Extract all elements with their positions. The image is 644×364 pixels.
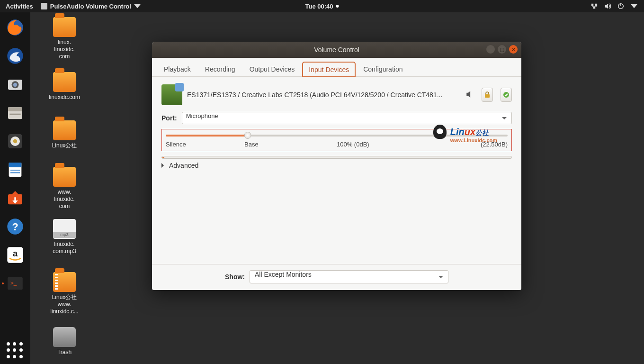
folder-icon: [53, 120, 76, 140]
svg-point-9: [13, 83, 17, 87]
folder-icon: [53, 167, 76, 187]
expand-triangle-icon: [161, 163, 166, 168]
set-default-button[interactable]: [501, 88, 512, 102]
mp3-icon: [53, 219, 76, 239]
desktop-icon[interactable]: Linux公社www.linuxidc.c...: [41, 272, 88, 315]
lock-channels-button[interactable]: [482, 88, 493, 102]
dock-terminal[interactable]: >_: [4, 272, 27, 295]
chevron-down-icon[interactable]: [631, 3, 637, 9]
launcher-dock: ? a >_: [0, 12, 30, 364]
clock-text: Tue 00:40: [305, 3, 333, 10]
network-icon[interactable]: [591, 3, 598, 9]
svg-text:?: ?: [12, 221, 18, 233]
volume-control-window: Volume Control – ▢ ✕ PlaybackRecordingOu…: [152, 42, 521, 290]
folder-icon: [53, 17, 76, 37]
svg-rect-17: [9, 163, 22, 167]
dock-rhythmbox[interactable]: [4, 130, 27, 153]
minimize-button[interactable]: –: [486, 45, 495, 54]
desktop-icon[interactable]: www.linuxidc.com: [41, 167, 88, 210]
svg-rect-0: [591, 4, 593, 6]
maximize-button[interactable]: ▢: [498, 45, 506, 54]
tab-playback[interactable]: Playback: [158, 62, 197, 76]
show-select[interactable]: All Except Monitors: [250, 270, 448, 283]
advanced-label: Advanced: [169, 162, 198, 169]
advanced-expander[interactable]: Advanced: [161, 162, 512, 169]
folder-icon: [53, 72, 76, 92]
app-icon: [41, 3, 47, 9]
port-label: Port:: [161, 114, 177, 122]
slider-silence-label: Silence: [166, 141, 186, 148]
show-value: All Except Monitors: [255, 271, 312, 278]
show-filter-bar: Show: All Except Monitors: [152, 264, 521, 290]
dock-software[interactable]: [4, 187, 27, 209]
chevron-down-icon: [134, 3, 141, 9]
tab-input-devices[interactable]: Input Devices: [303, 62, 355, 77]
svg-text:a: a: [13, 248, 18, 258]
svg-rect-12: [9, 114, 20, 115]
close-button[interactable]: ✕: [509, 45, 518, 54]
top-panel: Activities PulseAudio Volume Control Tue…: [0, 0, 644, 12]
tab-bar: PlaybackRecordingOutput DevicesInput Dev…: [152, 58, 521, 77]
icon-label: linuxidc.com: [41, 94, 88, 101]
svg-rect-11: [8, 107, 22, 111]
tux-icon: [433, 125, 447, 139]
clock[interactable]: Tue 00:40: [305, 3, 339, 10]
icon-label: Linux公社www.linuxidc.c...: [41, 294, 88, 315]
dock-help[interactable]: ?: [4, 215, 27, 238]
tab-recording[interactable]: Recording: [199, 62, 242, 76]
volume-slider-area: Silence Base 100% (0dB) (22.50dB) Linux公…: [161, 129, 512, 151]
device-name: ES1371/ES1373 / Creative Labs CT2518 (Au…: [187, 91, 461, 99]
show-applications-button[interactable]: [7, 342, 24, 359]
tab-output-devices[interactable]: Output Devices: [243, 62, 301, 76]
dock-writer[interactable]: [4, 158, 27, 181]
icon-label: Linux公社: [41, 142, 88, 149]
vu-meter: [161, 156, 512, 159]
input-devices-pane: ES1371/ES1373 / Creative Labs CT2518 (Au…: [152, 77, 521, 174]
dock-thunderbird[interactable]: [4, 45, 27, 67]
svg-rect-18: [10, 170, 20, 171]
svg-rect-1: [595, 4, 597, 6]
window-title: Volume Control: [314, 46, 359, 54]
port-value: Microphone: [186, 112, 218, 119]
slider-100-label: 100% (0dB): [337, 141, 369, 148]
desktop-icon[interactable]: Trash: [41, 327, 88, 356]
volume-icon[interactable]: [604, 3, 611, 9]
port-select[interactable]: Microphone: [182, 112, 512, 124]
slider-base-label: Base: [244, 141, 259, 148]
dock-files[interactable]: [4, 101, 27, 124]
trash-icon: [53, 327, 76, 347]
icon-label: Trash: [41, 349, 88, 356]
movie-icon: [53, 272, 76, 292]
svg-rect-19: [10, 172, 20, 173]
desktop-icon[interactable]: linux.linuxidc.com: [41, 17, 88, 60]
watermark: Linux公社 www.Linuxidc.com: [450, 127, 497, 143]
power-icon[interactable]: [617, 3, 624, 9]
mute-button[interactable]: [465, 90, 474, 100]
app-menu-label: PulseAudio Volume Control: [50, 3, 131, 10]
icon-label: www.linuxidc.com: [41, 189, 88, 210]
notification-dot-icon: [336, 5, 339, 8]
svg-rect-4: [620, 3, 621, 6]
svg-text:>_: >_: [10, 280, 17, 286]
sound-card-icon: [161, 84, 182, 105]
icon-label: linux.linuxidc.com: [41, 39, 88, 60]
activities-button[interactable]: Activities: [6, 3, 33, 10]
desktop-icon[interactable]: Linux公社: [41, 120, 88, 149]
dock-amazon[interactable]: a: [4, 244, 27, 266]
show-label: Show:: [225, 273, 245, 281]
app-menu[interactable]: PulseAudio Volume Control: [41, 3, 141, 10]
window-titlebar[interactable]: Volume Control – ▢ ✕: [152, 42, 521, 58]
dock-camera[interactable]: [4, 73, 27, 96]
desktop-icon[interactable]: linuxidc.com: [41, 72, 88, 101]
svg-point-15: [13, 139, 17, 143]
svg-rect-27: [485, 94, 490, 98]
svg-rect-2: [593, 7, 595, 9]
desktop-icon[interactable]: linuxidc.com.mp3: [41, 219, 88, 255]
dock-firefox[interactable]: [4, 16, 27, 39]
icon-label: linuxidc.com.mp3: [41, 241, 88, 255]
tab-configuration[interactable]: Configuration: [357, 62, 409, 76]
